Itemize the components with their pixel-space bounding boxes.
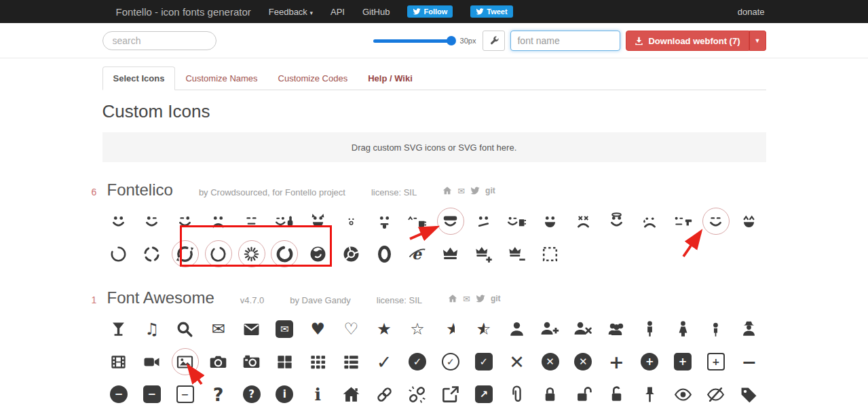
icon-link-ext-alt[interactable]: ↗ <box>467 378 500 411</box>
icon-export[interactable]: ↗ <box>600 411 633 418</box>
slider-thumb[interactable] <box>447 36 456 45</box>
icon-flag-empty[interactable]: ⚐ <box>235 411 268 418</box>
icon-emo-laugh[interactable] <box>732 205 766 238</box>
icon-emo-angry[interactable] <box>567 205 600 238</box>
icon-bookmark-empty[interactable]: ▯ <box>168 411 202 418</box>
icon-cancel-circled2[interactable]: ✕ <box>567 345 600 378</box>
icon-spin5[interactable] <box>235 238 268 270</box>
download-webfont-button[interactable]: Download webfont (7) <box>626 31 749 51</box>
twitter-tweet-button[interactable]: Tweet <box>470 5 512 18</box>
icon-emo-saint[interactable] <box>600 205 633 238</box>
icon-pencil[interactable]: ✎ <box>732 411 766 418</box>
icon-music[interactable]: ♫ <box>135 313 168 345</box>
icon-child[interactable] <box>700 313 733 345</box>
icon-lock-open-alt[interactable] <box>600 378 633 411</box>
icon-link-ext[interactable] <box>434 378 467 411</box>
icon-emo-coffee[interactable] <box>401 205 434 238</box>
icon-flag[interactable]: ⚑ <box>202 411 235 418</box>
icon-minus-squared[interactable]: − <box>135 378 168 411</box>
home-icon[interactable] <box>442 186 452 195</box>
git-link[interactable]: git <box>485 186 495 195</box>
icon-help-circled[interactable]: ? <box>235 378 268 411</box>
tab-select-icons[interactable]: Select Icons <box>102 66 176 90</box>
icon-user-plus[interactable] <box>533 313 567 345</box>
icon-star-half-alt[interactable]: ☆★ <box>467 313 500 345</box>
svg-drop-zone[interactable]: Drag custom SVG icons or SVG font here. <box>102 132 766 162</box>
icon-emo-devil[interactable] <box>301 205 335 238</box>
icon-plus-squared-alt[interactable]: + <box>700 345 733 378</box>
twitter-icon[interactable] <box>476 294 485 303</box>
icon-plus-squared[interactable]: + <box>666 345 700 378</box>
mail-icon[interactable]: ✉ <box>463 294 470 303</box>
icon-ok-squared[interactable]: ✓ <box>467 345 500 378</box>
icon-ok-circled[interactable]: ✓ <box>401 345 434 378</box>
icon-emo-displeased[interactable] <box>467 205 500 238</box>
twitter-follow-button[interactable]: Follow <box>407 5 453 18</box>
icon-female[interactable] <box>666 313 700 345</box>
icon-plus-circled[interactable]: + <box>633 345 666 378</box>
icon-thumbs-up[interactable] <box>301 411 335 418</box>
icon-minus[interactable]: − <box>732 345 766 378</box>
icon-ok[interactable]: ✓ <box>368 345 401 378</box>
icon-bookmark[interactable]: ▮ <box>135 411 168 418</box>
icon-film[interactable] <box>102 345 136 378</box>
icon-ie[interactable]: e <box>401 238 434 270</box>
icon-crown-minus[interactable] <box>500 238 533 270</box>
tab-help-wiki[interactable]: Help / Wiki <box>358 67 423 90</box>
icon-cancel-circled[interactable]: ✕ <box>533 345 567 378</box>
icon-heart[interactable]: ♥ <box>301 313 335 345</box>
icon-help[interactable]: ? <box>202 378 235 411</box>
nav-feedback[interactable]: Feedback ▾ <box>269 7 313 17</box>
icon-th[interactable] <box>301 345 335 378</box>
icon-emo-sunglasses[interactable] <box>434 205 467 238</box>
icon-flag-checkered[interactable]: ⚑ <box>268 411 301 418</box>
icon-crown[interactable] <box>434 238 467 270</box>
icon-marquee[interactable] <box>533 238 567 270</box>
icon-opera[interactable] <box>368 238 401 270</box>
icon-reply-all[interactable]: ↩ <box>533 411 567 418</box>
icon-info-circled[interactable]: i <box>268 378 301 411</box>
icon-home[interactable] <box>335 378 368 411</box>
icon-search[interactable] <box>168 313 202 345</box>
icon-emo-happy[interactable] <box>102 205 136 238</box>
icon-emo-wink[interactable] <box>168 205 202 238</box>
icon-camera[interactable] <box>202 345 235 378</box>
icon-upload[interactable] <box>401 411 434 418</box>
tab-customize-codes[interactable]: Customize Codes <box>268 67 358 90</box>
icon-chrome[interactable] <box>335 238 368 270</box>
icon-user-secret[interactable] <box>732 313 766 345</box>
icon-emo-unhappy[interactable] <box>202 205 235 238</box>
icon-attach[interactable] <box>500 378 533 411</box>
icon-ok-circled2[interactable]: ✓ <box>434 345 467 378</box>
icon-cancel[interactable]: ✕ <box>500 345 533 378</box>
font-name-input[interactable] <box>510 31 620 51</box>
nav-api[interactable]: API <box>331 7 345 17</box>
icon-info[interactable]: i <box>301 378 335 411</box>
icon-code[interactable] <box>700 411 733 418</box>
icon-mail[interactable]: ✉ <box>202 313 235 345</box>
icon-quote-right[interactable]: ❞ <box>666 411 700 418</box>
icon-emo-squint[interactable] <box>700 205 733 238</box>
search-input[interactable] <box>102 31 216 50</box>
icon-link[interactable] <box>368 378 401 411</box>
icon-emo-tongue[interactable] <box>368 205 401 238</box>
icon-tags[interactable] <box>102 411 136 418</box>
icon-picture[interactable] <box>168 345 202 378</box>
icon-reply[interactable]: ↩ <box>500 411 533 418</box>
icon-videocam[interactable] <box>135 345 168 378</box>
icon-crown-plus[interactable] <box>467 238 500 270</box>
icon-glass[interactable] <box>102 313 136 345</box>
icon-mail-squared[interactable]: ✉ <box>268 313 301 345</box>
home-icon[interactable] <box>448 294 457 303</box>
icon-download-cloud[interactable]: ☁ <box>434 411 467 418</box>
icon-star-half[interactable]: ★ <box>434 313 467 345</box>
icon-eye[interactable] <box>666 378 700 411</box>
icon-plus[interactable]: + <box>600 345 633 378</box>
icon-user[interactable] <box>500 313 533 345</box>
git-link[interactable]: git <box>491 294 501 303</box>
icon-male[interactable] <box>633 313 666 345</box>
icon-spin3[interactable] <box>168 238 202 270</box>
icon-emo-beer[interactable] <box>500 205 533 238</box>
icon-emo-surprised[interactable] <box>335 205 368 238</box>
icon-unlink[interactable] <box>401 378 434 411</box>
